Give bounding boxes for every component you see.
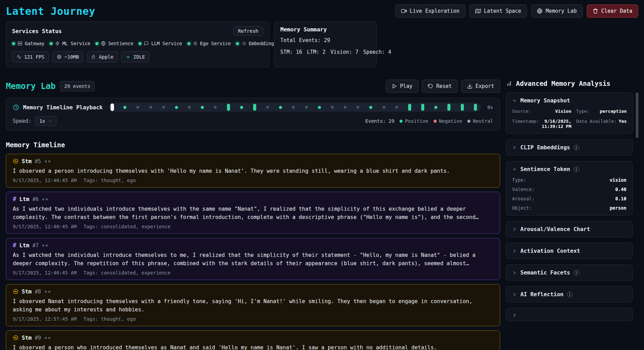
arousal-valence-chart-panel: Arousal/Valence Chart [506,221,633,237]
timeline-event-marker[interactable] [188,106,191,109]
ltm-count: LTM: 2 [307,49,325,55]
memory-timeline-list: Stm #5 I observed a person introducing t… [6,154,500,350]
memory-card-stm-5[interactable]: Stm #5 I observed a person introducing t… [6,154,500,188]
memory-usage-label: ~10MB [64,54,79,60]
map-icon [475,8,481,14]
timeline-event-marker[interactable] [240,106,243,109]
card-tags: Tags: consolidated, experience [83,224,170,229]
timeline-event-marker[interactable] [331,106,334,109]
ai-reflection-panel: AI Reflection i [506,286,633,302]
memory-card-stm-8[interactable]: Stm #8 I observed Nanat introducing them… [6,284,500,326]
service-llm: LLM Service [138,41,182,46]
wifi-icon [126,54,131,59]
timeline-event-marker[interactable] [383,106,385,109]
timeline-event-marker[interactable] [162,106,165,109]
stm-count: STM: 16 [280,49,302,55]
timeline-event-marker[interactable] [123,106,126,109]
services-list: Gateway ML Service Sentience LLM Service [12,41,263,46]
snapshot-source: Source: Vision [512,109,571,114]
cropped-panel-header[interactable] [512,313,626,318]
card-timestamp: 9/17/2025, 12:40:45 AM [13,178,76,183]
play-button[interactable]: Play [386,80,418,93]
timeline-event-marker[interactable] [266,106,269,109]
live-exploration-button[interactable]: Live Exploration [395,4,466,18]
timeline-slider[interactable] [109,103,481,112]
brain-icon [13,335,19,341]
timeline-event-marker[interactable] [447,104,450,111]
bar-chart-icon [506,80,512,87]
legend-positive: Positive [399,118,428,124]
timeline-event-marker[interactable] [201,106,204,109]
hash-icon: # [13,242,16,248]
speed-select[interactable]: 1x [35,116,56,126]
info-icon: i [574,270,579,276]
reset-button[interactable]: Reset [422,80,458,93]
scrollbar[interactable] [636,92,638,138]
timeline-event-marker[interactable] [292,106,295,109]
latent-space-button[interactable]: Latent Space [469,4,527,18]
timeline-event-marker[interactable] [175,106,178,109]
list-icon [241,41,246,46]
timeline-event-marker[interactable] [305,106,308,109]
memory-card-ltm-7[interactable]: # Ltm #7 As I watched the individual int… [6,238,500,280]
status-dot-green [95,42,98,45]
timeline-event-marker[interactable] [344,106,346,109]
service-label: Sentience [108,41,133,46]
ai-reflection-header[interactable]: AI Reflection i [512,291,626,298]
info-icon: i [574,145,579,150]
clip-embeddings-title: CLIP Embeddings [520,144,570,151]
activation-context-header[interactable]: Activation Context [512,248,626,254]
status-dot-green [236,42,239,45]
snapshot-data-available: Data Available: Yes [576,119,627,129]
memory-lab-button[interactable]: Memory Lab [531,4,582,18]
fps-badge: 121 FPS [12,51,49,62]
clock-icon [13,104,19,111]
card-tags: Tags: consolidated, experience [83,270,170,276]
clip-embeddings-header[interactable]: CLIP Embeddings i [512,144,626,151]
play-icon [392,83,397,89]
timeline-event-marker[interactable] [279,106,282,109]
chevron-right-icon [512,145,517,150]
memory-summary-title: Memory Summary [280,26,371,33]
memory-card-ltm-6[interactable]: # Ltm #6 As I watched two individuals in… [6,192,500,234]
play-label: Play [400,83,413,89]
semantic-facets-header[interactable]: Semantic Facets i [512,269,626,276]
timeline-event-marker[interactable] [461,104,464,111]
service-label: Embeddings [249,41,277,46]
service-gateway: Gateway [12,41,44,46]
timeline-event-marker[interactable] [408,104,411,111]
timeline-event-marker[interactable] [253,104,256,111]
memory-snapshot-header[interactable]: Memory Snapshot [512,97,626,104]
timeline-event-marker[interactable] [149,106,152,109]
slider-thumb[interactable] [111,103,114,111]
card-type: Ltm [19,242,29,249]
memory-usage-badge: ~10MB [52,51,83,62]
idle-label: IDLE [133,54,145,60]
timeline-event-marker[interactable] [434,106,437,109]
refresh-button[interactable]: Refresh [233,26,263,36]
sentience-token-header[interactable]: Sentience Token i [512,166,626,172]
clear-data-button[interactable]: Clear Data [587,4,638,18]
timeline-event-marker[interactable] [356,106,359,109]
ai-reflection-title: AI Reflection [520,291,563,298]
export-button[interactable]: Export [461,80,500,93]
memory-lab-label: Memory Lab [546,8,577,14]
elapsed-time: 0s [487,104,493,110]
timeline-event-marker[interactable] [474,104,477,111]
timeline-event-marker[interactable] [421,104,424,111]
timeline-event-marker[interactable] [136,106,139,109]
clip-embeddings-panel: CLIP Embeddings i [506,139,633,156]
arousal-valence-chart-header[interactable]: Arousal/Valence Chart [512,226,626,232]
timeline-event-marker[interactable] [227,104,230,111]
timeline-event-marker[interactable] [395,106,398,109]
timeline-event-marker[interactable] [214,106,217,109]
activity-icon [17,54,21,59]
live-exploration-label: Live Exploration [410,8,460,14]
card-text: I observed Nanat introducing themselves … [13,297,493,314]
timeline-event-marker[interactable] [369,106,372,109]
timeline-event-marker[interactable] [318,106,321,109]
memory-card-stm-9[interactable]: Stm #9 I observed a person who introduce… [6,330,500,350]
card-type: Stm [22,158,32,164]
card-indicator-dots [42,244,48,247]
card-text: I observed a person who introduced thems… [13,343,493,350]
